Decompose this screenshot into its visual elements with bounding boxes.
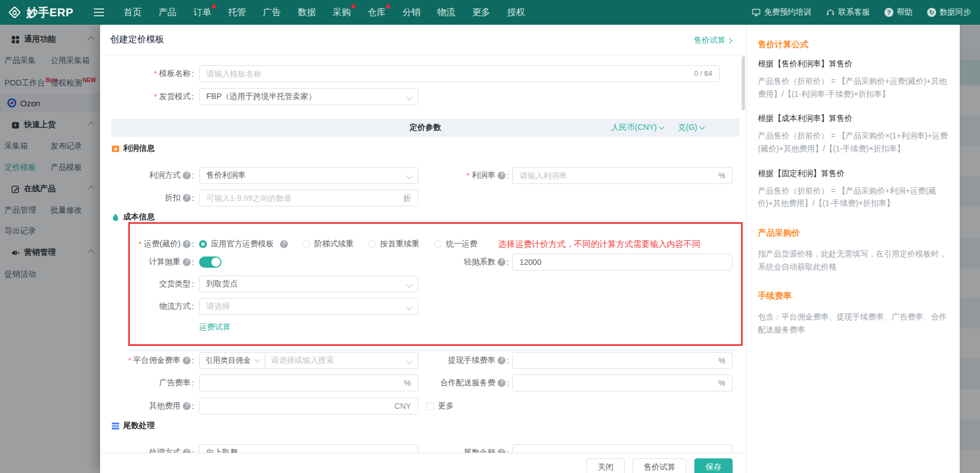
logo-text: 妙手ERP	[26, 5, 74, 20]
free-training-link[interactable]: 免费预约培训	[752, 7, 811, 17]
radio-official-freight-template[interactable]: 应用官方运费模板	[199, 239, 288, 249]
chevron-down-icon	[255, 357, 260, 363]
colon	[191, 240, 194, 249]
radio-first-continued-weight[interactable]: 按首重续重	[368, 239, 419, 249]
commission-mode-select[interactable]: 引用类目佣金	[200, 353, 265, 368]
freight-trial-link[interactable]: 运费试算	[199, 322, 231, 332]
section-title: 尾数处理	[123, 421, 155, 431]
nav-item-purchase[interactable]: 采购	[324, 0, 359, 25]
template-name-field: 0 / 64	[199, 65, 720, 82]
nav-item-distribution[interactable]: 分销	[394, 0, 429, 25]
colon	[191, 258, 194, 267]
app-logo[interactable]: 妙手ERP	[0, 5, 74, 20]
help-question-icon[interactable]	[183, 357, 191, 364]
help-question-icon[interactable]	[498, 379, 505, 387]
price-trial-link[interactable]: 售价试算	[694, 35, 731, 46]
contact-support-link[interactable]: 联系客服	[826, 7, 870, 17]
nav-item-warehouse[interactable]: 仓库	[359, 0, 394, 25]
price-trial-button[interactable]: 售价试算	[633, 458, 687, 473]
delivery-type-select[interactable]: 到取货点	[199, 276, 418, 292]
freight-option-group: 应用官方运费模板 阶梯式续重 按首重续重 统一运费	[199, 236, 477, 253]
label-text: 提现手续费率	[448, 355, 495, 366]
radio-label: 按首重续重	[380, 239, 419, 249]
nav-item-logistics[interactable]: 物流	[429, 0, 464, 25]
close-button[interactable]: 关闭	[586, 458, 625, 473]
help-question-icon[interactable]	[183, 194, 191, 202]
profit-section-header: 利润信息	[111, 142, 155, 155]
withdraw-fee-field: %	[512, 352, 733, 369]
profit-rate-field: %	[512, 167, 733, 184]
help-question-icon[interactable]	[183, 258, 191, 266]
discount-field: 折	[199, 190, 418, 206]
colon	[191, 402, 194, 411]
label-text: 物流方式	[159, 301, 191, 312]
save-button[interactable]: 保存	[694, 458, 733, 473]
label-text: 合作配送服务费	[440, 378, 495, 388]
radio-icon	[434, 240, 442, 248]
profit-mode-select[interactable]: 售价利润率	[199, 167, 418, 184]
nav-item-authorization[interactable]: 授权	[499, 0, 534, 25]
discount-suffix: 折	[403, 190, 411, 206]
nav-item-order[interactable]: 订单	[185, 0, 220, 25]
colon	[191, 302, 194, 311]
nav-item-data[interactable]: 数据	[290, 0, 324, 25]
help-question-icon[interactable]	[280, 240, 288, 248]
label-text: 发货模式	[159, 92, 191, 102]
link-label: 联系客服	[838, 7, 870, 17]
formula-head-fixed-profit: 根据【固定利润】算售价	[758, 169, 949, 179]
label-text: 轻抛系数	[464, 257, 495, 267]
select-placeholder: 请选择	[206, 301, 230, 312]
chevron-right-icon	[727, 38, 733, 43]
weight-unit-select[interactable]: 克(G)	[678, 123, 704, 133]
other-fee-input[interactable]	[200, 398, 418, 414]
coop-fee-input[interactable]	[513, 375, 732, 391]
scrollbar-thumb[interactable]	[742, 56, 745, 110]
discount-input[interactable]	[200, 190, 418, 206]
hamburger-menu-icon[interactable]	[94, 12, 104, 13]
throw-weight-label: 计算抛重	[100, 254, 194, 271]
logistics-select[interactable]: 请选择	[199, 298, 418, 315]
label-text: 折扣	[165, 193, 180, 203]
notification-dot	[386, 4, 390, 8]
topbar-right: 免费预约培训 联系客服 ? 帮助 ↻ 数据同步	[752, 7, 980, 17]
nav-label: 托管	[228, 7, 246, 17]
colon	[191, 69, 194, 78]
training-icon	[752, 8, 761, 17]
help-question-icon[interactable]	[183, 240, 191, 248]
help-question-icon[interactable]	[183, 402, 191, 410]
nav-label: 采购	[333, 7, 351, 17]
profit-rate-input[interactable]	[513, 168, 732, 183]
radio-tiered-weight[interactable]: 阶梯式续重	[302, 239, 354, 249]
withdraw-fee-input[interactable]	[513, 353, 732, 368]
help-question-icon[interactable]	[498, 258, 505, 266]
currency-select[interactable]: 人民币(CNY)	[611, 123, 663, 133]
throw-weight-toggle[interactable]	[199, 256, 222, 268]
nav-item-more[interactable]: 更多	[464, 0, 499, 25]
ship-mode-select[interactable]: FBP（适用于跨境半托管卖家）	[199, 88, 418, 105]
radio-label: 阶梯式续重	[314, 239, 354, 249]
required-asterisk: *	[128, 356, 131, 365]
nav-item-ads[interactable]: 广告	[255, 0, 290, 25]
nav-item-product[interactable]: 产品	[150, 0, 185, 25]
nav-item-home[interactable]: 首页	[115, 0, 150, 25]
data-sync-link[interactable]: ↻ 数据同步	[927, 7, 971, 17]
cost-section-header: 成本信息	[111, 211, 155, 223]
light-coeff-input[interactable]	[513, 254, 732, 270]
help-question-icon[interactable]	[183, 172, 191, 179]
help-question-icon[interactable]	[498, 357, 505, 364]
help-link[interactable]: ? 帮助	[884, 7, 913, 17]
logo-diamond-icon	[8, 6, 21, 19]
nav-item-hosting[interactable]: 托管	[220, 0, 255, 25]
more-checkbox-row[interactable]: 更多	[426, 398, 454, 415]
radio-flat-freight[interactable]: 统一运费	[434, 239, 477, 249]
required-asterisk: *	[138, 240, 141, 249]
colon	[505, 356, 509, 365]
template-name-input[interactable]	[200, 66, 719, 82]
help-question-icon[interactable]	[498, 172, 505, 179]
commission-category-select[interactable]: 请选择或输入搜索	[265, 355, 418, 366]
app-root: 妙手ERP 首页 产品 订单 托管 广告 数据 采购 仓库 分销 物流 更多 授…	[0, 0, 980, 473]
discount-label: 折扣	[100, 190, 194, 206]
purchase-price-title: 产品采购价	[758, 228, 949, 238]
unit-value: 克(G)	[678, 123, 697, 133]
ad-fee-input[interactable]	[200, 375, 418, 391]
